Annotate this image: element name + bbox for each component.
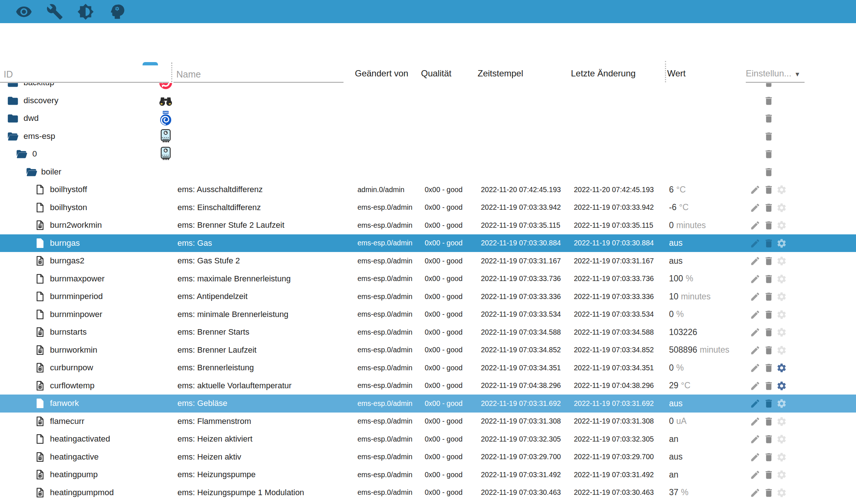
custom-settings-gear-icon[interactable] [776,255,787,267]
edit-object-icon[interactable] [750,309,760,320]
delete-object-icon[interactable] [763,238,774,249]
tree-folder-row-0[interactable]: 0 [0,145,856,163]
object-row-boilhyston[interactable]: boilhystonems: Einschaltdifferenzems-esp… [0,199,856,217]
state-value[interactable]: 0% [669,306,684,324]
folder-closed-icon[interactable] [6,95,20,107]
copy-delete-icon[interactable] [763,113,774,124]
edit-object-icon[interactable] [750,451,760,463]
state-value[interactable]: 6°C [669,181,686,199]
state-readonly-icon[interactable] [35,236,46,250]
id-filter-input[interactable] [4,68,165,81]
object-row-curburnpow[interactable]: curburnpowems: Brennerleistungems-esp.0/… [0,359,856,377]
edit-object-icon[interactable] [750,238,760,249]
state-value[interactable]: an [669,466,679,484]
edit-object-icon[interactable] [750,327,760,338]
expert-mode-icon[interactable] [108,3,125,20]
delete-object-icon[interactable] [763,202,774,213]
state-readonly-icon[interactable] [35,254,46,268]
state-readonly-icon[interactable] [35,468,46,482]
custom-settings-gear-icon[interactable] [776,184,787,195]
copy-delete-icon[interactable] [763,83,774,89]
edit-object-icon[interactable] [750,202,760,213]
copy-delete-icon[interactable] [763,95,774,107]
object-row-heatingactive[interactable]: heatingactiveems: Heizen aktivems-esp.0/… [0,448,856,466]
tree-folder-row-ems-esp[interactable]: ems-esp [0,127,856,145]
object-row-burngas2[interactable]: burngas2ems: Gas Stufe 2ems-esp.0/admin0… [0,252,856,270]
state-readonly-icon[interactable] [35,361,46,375]
folder-open-icon[interactable] [24,166,39,178]
state-readonly-icon[interactable] [35,414,46,428]
delete-object-icon[interactable] [763,469,774,480]
state-value[interactable]: 37% [669,484,688,502]
state-value[interactable]: aus [669,252,683,270]
custom-settings-gear-icon[interactable] [776,451,787,463]
delete-object-icon[interactable] [763,291,774,302]
edit-object-icon[interactable] [750,273,760,285]
edit-object-icon[interactable] [750,345,760,356]
tree-folder-row-backitup[interactable]: backitup [0,83,856,92]
delete-object-icon[interactable] [763,273,774,285]
state-value[interactable]: 0uA [669,413,687,431]
custom-settings-gear-icon[interactable] [776,202,787,213]
object-row-burngas[interactable]: burngasems: Gasems-esp.0/admin0x00 - goo… [0,234,856,252]
copy-delete-icon[interactable] [763,148,774,160]
delete-object-icon[interactable] [763,380,774,392]
state-readonly-icon[interactable] [35,218,46,232]
object-row-heatingactivated[interactable]: heatingactivatedems: Heizen aktiviertems… [0,430,856,448]
state-readonly-icon[interactable] [35,325,46,339]
delete-object-icon[interactable] [763,398,774,409]
state-value[interactable]: an [669,430,679,448]
edit-object-icon[interactable] [750,255,760,267]
state-value[interactable]: 103226 [669,323,697,341]
object-row-heatingpumpmod[interactable]: heatingpumpmodems: Heizungspumpe 1 Modul… [0,484,856,502]
state-readonly-icon[interactable] [35,396,46,410]
copy-delete-icon[interactable] [763,166,774,178]
state-readonly-icon[interactable] [35,486,46,500]
state-icon[interactable] [35,201,46,215]
edit-object-icon[interactable] [750,184,760,195]
object-row-burnminpower[interactable]: burnminpowerems: minimale Brennerleistun… [0,306,856,324]
column-divider-id-name[interactable] [171,62,172,82]
custom-settings-gear-icon[interactable] [776,291,787,302]
delete-object-icon[interactable] [763,309,774,320]
state-icon[interactable] [35,432,46,446]
object-row-flamecurr[interactable]: flamecurrems: Flammenstromems-esp.0/admi… [0,413,856,431]
object-row-burnworkmin[interactable]: burnworkminems: Brenner Laufzeitems-esp.… [0,341,856,359]
custom-settings-gear-icon[interactable] [776,469,787,480]
object-row-burnstarts[interactable]: burnstartsems: Brenner Startsems-esp.0/a… [0,323,856,341]
state-value[interactable]: -6°C [669,199,688,217]
edit-object-icon[interactable] [750,291,760,302]
custom-settings-gear-icon[interactable] [776,238,787,249]
edit-object-icon[interactable] [750,487,760,498]
tree-folder-row-dwd[interactable]: dwdDWD [0,109,856,127]
object-row-heatingpump[interactable]: heatingpumpems: Heizungspumpeems-esp.0/a… [0,466,856,484]
object-row-partial[interactable] [0,501,856,504]
edit-object-icon[interactable] [750,220,760,231]
custom-settings-gear-icon[interactable] [776,220,787,231]
delete-object-icon[interactable] [763,255,774,267]
object-row-burnmaxpower[interactable]: burnmaxpowerems: maximale Brennerleistun… [0,270,856,288]
state-value[interactable]: aus [669,448,683,466]
wrench-icon[interactable] [46,3,63,20]
delete-object-icon[interactable] [763,345,774,356]
copy-delete-icon[interactable] [763,131,774,142]
folder-closed-icon[interactable] [6,112,20,125]
state-icon[interactable] [35,272,46,286]
edit-object-icon[interactable] [750,398,760,409]
custom-settings-gear-icon[interactable] [776,327,787,338]
object-row-burnminperiod[interactable]: burnminperiodems: Antipendelzeitems-esp.… [0,288,856,306]
state-readonly-icon[interactable] [35,450,46,464]
custom-settings-gear-icon[interactable] [776,433,787,445]
folder-open-icon[interactable] [6,130,20,143]
name-filter-input[interactable] [176,68,342,81]
object-row-burn2workmin[interactable]: burn2workminems: Brenner Stufe 2 Laufzei… [0,216,856,234]
state-value[interactable]: 10minutes [669,288,711,306]
delete-object-icon[interactable] [763,362,774,374]
folder-open-icon[interactable] [14,148,29,160]
custom-settings-gear-icon[interactable] [776,273,787,285]
custom-settings-gear-icon[interactable] [776,345,787,356]
visibility-icon[interactable] [15,3,32,20]
custom-settings-gear-icon[interactable] [776,487,787,498]
delete-object-icon[interactable] [763,184,774,195]
custom-settings-gear-icon[interactable] [776,362,787,374]
